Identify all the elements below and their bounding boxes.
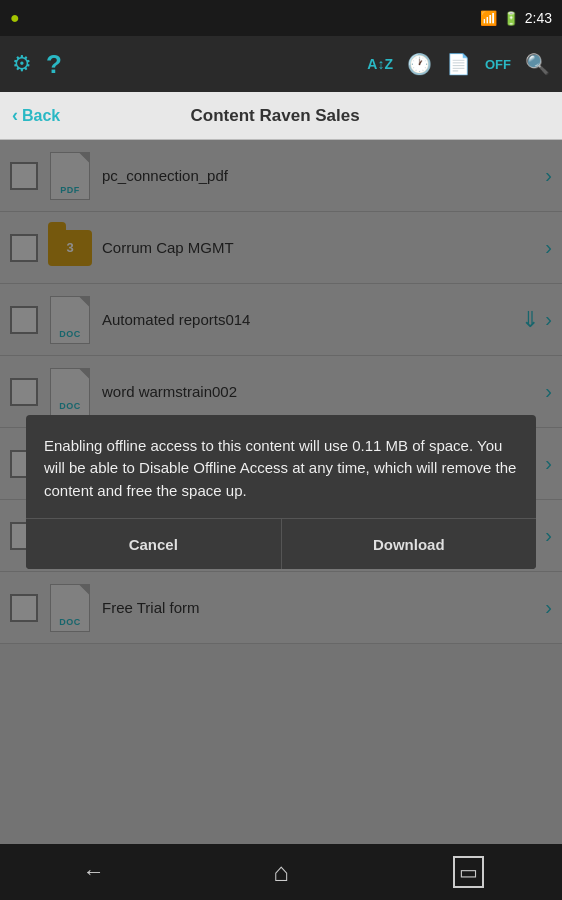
nav-bar: ‹ Back Content Raven Sales (0, 92, 562, 140)
back-label: Back (22, 107, 60, 125)
battery-icon: 🔋 (503, 11, 519, 26)
page-title: Content Raven Sales (60, 106, 490, 126)
time-display: 2:43 (525, 10, 552, 26)
dialog-buttons: Cancel Download (26, 518, 536, 569)
back-button[interactable]: ‹ Back (12, 105, 60, 126)
dialog-overlay: Enabling offline access to this content … (0, 140, 562, 844)
clock-icon[interactable]: 🕐 (407, 52, 432, 76)
search-icon[interactable]: 🔍 (525, 52, 550, 76)
dialog-message: Enabling offline access to this content … (26, 415, 536, 519)
off-label[interactable]: OFF (485, 57, 511, 72)
bottom-nav-bar: ← ⌂ ▭ (0, 844, 562, 900)
help-icon[interactable]: ? (46, 49, 62, 80)
wifi-icon: 📶 (480, 10, 497, 26)
file-icon[interactable]: 📄 (446, 52, 471, 76)
home-nav-button[interactable]: ⌂ (251, 852, 311, 892)
sort-icon[interactable]: A↕Z (367, 56, 393, 72)
dialog: Enabling offline access to this content … (26, 415, 536, 570)
content-list: PDF pc_connection_pdf › 3 Corrum Cap MGM… (0, 140, 562, 844)
android-icon: ● (10, 9, 20, 27)
recents-nav-icon: ▭ (453, 856, 484, 888)
download-button[interactable]: Download (282, 519, 537, 569)
toolbar: ⚙ ? A↕Z 🕐 📄 OFF 🔍 (0, 36, 562, 92)
settings-icon[interactable]: ⚙ (12, 51, 32, 77)
back-nav-icon: ← (83, 859, 105, 885)
back-arrow-icon: ‹ (12, 105, 18, 126)
home-nav-icon: ⌂ (273, 857, 289, 888)
cancel-button[interactable]: Cancel (26, 519, 282, 569)
status-bar: ● 📶 🔋 2:43 (0, 0, 562, 36)
recents-nav-button[interactable]: ▭ (438, 852, 498, 892)
back-nav-button[interactable]: ← (64, 852, 124, 892)
